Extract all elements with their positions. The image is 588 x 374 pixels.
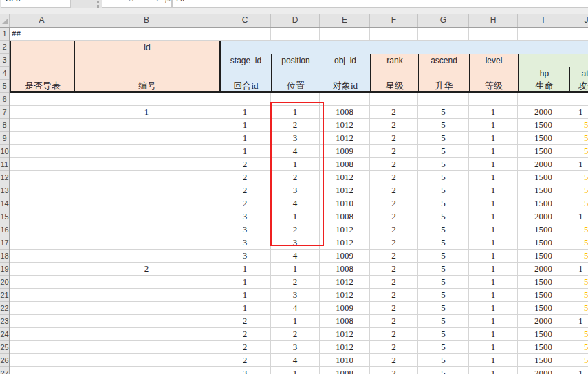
cell-F1[interactable] — [370, 28, 418, 41]
header-cell-D3[interactable]: position — [271, 54, 320, 67]
cell-J8[interactable]: 5 — [569, 119, 588, 132]
cell-I10[interactable]: 1500 — [518, 145, 569, 158]
cell-I25[interactable]: 1500 — [518, 341, 569, 354]
cell-G24[interactable]: 5 — [418, 328, 469, 341]
cell-F21[interactable]: 2 — [370, 289, 418, 302]
header-cell-E5[interactable]: 对象id — [320, 80, 370, 93]
cell-B17[interactable] — [74, 236, 219, 250]
cell-F8[interactable]: 2 — [370, 119, 418, 132]
cell-I23[interactable]: 2000 — [518, 315, 569, 328]
cell-G23[interactable]: 5 — [418, 315, 469, 328]
cell-G20[interactable]: 5 — [418, 276, 469, 289]
cell-F18[interactable]: 2 — [370, 250, 418, 263]
cell-J13[interactable]: 5 — [569, 184, 588, 197]
cell-I6[interactable] — [518, 93, 569, 106]
cell-A18[interactable] — [10, 250, 74, 263]
header-cell-F3[interactable]: rank — [370, 54, 418, 67]
header-cell-B5[interactable]: 编号 — [74, 80, 219, 93]
header-cell-E4[interactable] — [320, 67, 370, 80]
header-cell-J4[interactable]: atk — [569, 67, 588, 80]
cell-J10[interactable]: 5 — [569, 145, 588, 158]
header-cell-G5[interactable]: 升华 — [418, 80, 469, 93]
cell-B26[interactable] — [74, 354, 219, 367]
cell-F22[interactable]: 2 — [370, 302, 418, 315]
cell-I21[interactable]: 1500 — [518, 289, 569, 302]
cell-J25[interactable]: 5 — [569, 341, 588, 354]
header-cell-D5[interactable]: 位置 — [271, 80, 320, 93]
cell-A14[interactable] — [10, 197, 74, 210]
cell-I13[interactable]: 1500 — [518, 184, 569, 197]
cell-G19[interactable]: 5 — [418, 263, 469, 276]
cell-H27[interactable]: 1 — [469, 367, 518, 374]
cell-J18[interactable]: 5 — [569, 250, 588, 263]
cell-G12[interactable]: 5 — [418, 171, 469, 184]
cell-B10[interactable] — [74, 145, 219, 158]
cell-J21[interactable]: 5 — [569, 289, 588, 302]
cell-I8[interactable]: 1500 — [518, 119, 569, 132]
cell-D26[interactable]: 4 — [271, 354, 320, 367]
cell-G17[interactable]: 5 — [418, 236, 469, 250]
cell-J14[interactable]: 5 — [569, 197, 588, 210]
cell-G21[interactable]: 5 — [418, 289, 469, 302]
cell-E15[interactable]: 1008 — [320, 210, 370, 223]
cell-J19[interactable]: 1 — [569, 263, 588, 276]
cell-J9[interactable]: 5 — [569, 132, 588, 145]
cell-A25[interactable] — [10, 341, 74, 354]
cell-F20[interactable]: 2 — [370, 276, 418, 289]
cell-A16[interactable] — [10, 223, 74, 236]
cell-J22[interactable]: 5 — [569, 302, 588, 315]
cell-A26[interactable] — [10, 354, 74, 367]
cell-A27[interactable] — [10, 367, 74, 374]
cell-A15[interactable] — [10, 210, 74, 223]
cell-H22[interactable]: 1 — [469, 302, 518, 315]
header-cell-H3[interactable]: level — [469, 54, 518, 67]
cell-B14[interactable] — [74, 197, 219, 210]
cell-I24[interactable]: 1500 — [518, 328, 569, 341]
cell-E16[interactable]: 1012 — [320, 223, 370, 236]
cell-J11[interactable]: 1 — [569, 158, 588, 171]
cell-I16[interactable]: 1500 — [518, 223, 569, 236]
cell-H24[interactable]: 1 — [469, 328, 518, 341]
cell-G14[interactable]: 5 — [418, 197, 469, 210]
header-cell-F5[interactable]: 星级 — [370, 80, 418, 93]
header-cell-D4[interactable] — [271, 67, 320, 80]
cell-I22[interactable]: 1500 — [518, 302, 569, 315]
cell-C27[interactable]: 3 — [219, 367, 271, 374]
cell-B25[interactable] — [74, 341, 219, 354]
cell-H17[interactable]: 1 — [469, 236, 518, 250]
cell-G26[interactable]: 5 — [418, 354, 469, 367]
cell-C1[interactable] — [219, 28, 271, 41]
cell-A23[interactable] — [10, 315, 74, 328]
cell-J26[interactable]: 5 — [569, 354, 588, 367]
cell-H10[interactable]: 1 — [469, 145, 518, 158]
cell-C11[interactable]: 2 — [219, 158, 271, 171]
cell-G7[interactable]: 5 — [418, 106, 469, 119]
cell-D1[interactable] — [271, 28, 320, 41]
cell-I26[interactable]: 1500 — [518, 354, 569, 367]
cell-J16[interactable]: 5 — [569, 223, 588, 236]
cell-B16[interactable] — [74, 223, 219, 236]
cell-F26[interactable]: 2 — [370, 354, 418, 367]
cell-I12[interactable]: 1500 — [518, 171, 569, 184]
cell-C7[interactable]: 1 — [219, 106, 271, 119]
header-cell-I4[interactable]: hp — [518, 67, 569, 80]
cell-F14[interactable]: 2 — [370, 197, 418, 210]
cell-C10[interactable]: 1 — [219, 145, 271, 158]
header-cell-C4[interactable] — [219, 67, 271, 80]
cell-J17[interactable]: 5 — [569, 236, 588, 250]
cell-A11[interactable] — [10, 158, 74, 171]
cell-H19[interactable]: 1 — [469, 263, 518, 276]
cell-B23[interactable] — [74, 315, 219, 328]
header-cell-H4[interactable] — [469, 67, 518, 80]
cell-H25[interactable]: 1 — [469, 341, 518, 354]
cell-F23[interactable]: 2 — [370, 315, 418, 328]
cell-H7[interactable]: 1 — [469, 106, 518, 119]
cell-F24[interactable]: 2 — [370, 328, 418, 341]
cell-G1[interactable] — [418, 28, 469, 41]
cell-F15[interactable]: 2 — [370, 210, 418, 223]
cell-B12[interactable] — [74, 171, 219, 184]
cell-F6[interactable] — [370, 93, 418, 106]
cell-H8[interactable]: 1 — [469, 119, 518, 132]
cell-G18[interactable]: 5 — [418, 250, 469, 263]
cell-H15[interactable]: 1 — [469, 210, 518, 223]
